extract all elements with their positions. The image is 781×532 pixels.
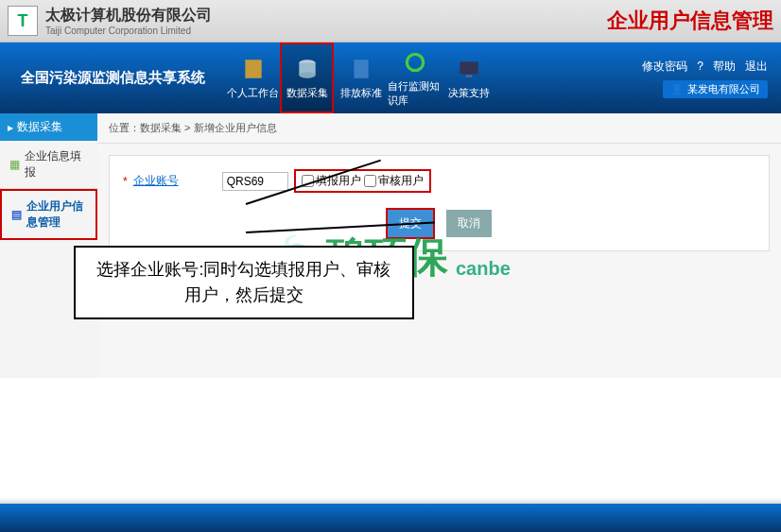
breadcrumb: 位置：数据采集 > 新增企业用户信息 bbox=[97, 113, 781, 144]
nav-data-collection[interactable]: 数据采集 bbox=[280, 43, 334, 113]
svg-point-5 bbox=[407, 54, 423, 70]
nav-emission-std[interactable]: 排放标准 bbox=[334, 43, 388, 113]
nav-label: 决策支持 bbox=[448, 86, 490, 100]
account-label[interactable]: 企业账号 bbox=[133, 173, 179, 189]
company-name-en: Taiji Computer Corporation Limited bbox=[45, 26, 212, 36]
company-name-cn: 太极计算机股份有限公司 bbox=[45, 6, 212, 26]
svg-rect-6 bbox=[460, 61, 478, 74]
book-icon bbox=[348, 56, 374, 82]
svg-point-3 bbox=[299, 72, 315, 78]
topbar: T 太极计算机股份有限公司 Taiji Computer Corporation… bbox=[0, 0, 781, 43]
chevron-icon: ▸ bbox=[8, 121, 13, 134]
folder-icon bbox=[240, 56, 267, 82]
nav-decision[interactable]: 决策支持 bbox=[442, 43, 495, 113]
user-icon: 👤 bbox=[670, 83, 684, 95]
nav-label: 个人工作台 bbox=[227, 86, 279, 100]
navbar-right: 修改密码 ? 帮助 退出 👤 某发电有限公司 bbox=[642, 59, 781, 98]
database-icon bbox=[294, 56, 321, 82]
help-link[interactable]: 帮助 bbox=[713, 59, 736, 75]
sidebar-item-label: 企业用户信息管理 bbox=[26, 198, 86, 231]
chk-audit-input[interactable] bbox=[364, 175, 376, 187]
footer-strip bbox=[0, 504, 781, 532]
svg-rect-0 bbox=[245, 60, 261, 78]
navbar: 全国污染源监测信息共享系统 个人工作台 数据采集 排放标准 自行监测知识库 决策… bbox=[0, 43, 781, 113]
doc-icon: ▦ bbox=[9, 158, 20, 171]
logout-link[interactable]: 退出 bbox=[745, 59, 768, 75]
nav-personal[interactable]: 个人工作台 bbox=[226, 43, 280, 113]
nav-label: 数据采集 bbox=[286, 86, 328, 100]
user-badge[interactable]: 👤 某发电有限公司 bbox=[663, 80, 768, 98]
sidebar-item-label: 企业信息填报 bbox=[25, 148, 88, 180]
form-box: * 企业账号 填报用户 审核用户 提交 取消 bbox=[109, 155, 770, 251]
list-icon: ▤ bbox=[11, 208, 22, 221]
logo-icon: T bbox=[8, 6, 38, 36]
refresh-icon bbox=[402, 49, 428, 76]
sidebar-item-user-mgmt[interactable]: ▤ 企业用户信息管理 bbox=[0, 189, 97, 240]
nav-label: 自行监测知识库 bbox=[388, 79, 442, 108]
chk-audit-user[interactable]: 审核用户 bbox=[364, 173, 424, 189]
monitor-icon bbox=[456, 56, 482, 82]
help-icon: ? bbox=[697, 60, 703, 73]
cancel-button[interactable]: 取消 bbox=[446, 210, 492, 237]
account-input[interactable] bbox=[222, 172, 288, 191]
nav-items: 个人工作台 数据采集 排放标准 自行监测知识库 决策支持 bbox=[226, 43, 495, 113]
change-password-link[interactable]: 修改密码 bbox=[642, 59, 687, 75]
logo-block: T 太极计算机股份有限公司 Taiji Computer Corporation… bbox=[8, 6, 212, 36]
sidebar-head-label: 数据采集 bbox=[17, 119, 62, 135]
user-name: 某发电有限公司 bbox=[687, 82, 760, 96]
system-title: 全国污染源监测信息共享系统 bbox=[0, 69, 226, 87]
page-title: 企业用户信息管理 bbox=[607, 7, 773, 35]
nav-label: 排放标准 bbox=[340, 86, 382, 100]
required-mark: * bbox=[123, 175, 128, 188]
svg-rect-4 bbox=[354, 60, 368, 78]
svg-rect-7 bbox=[465, 76, 472, 77]
nav-self-monitor[interactable]: 自行监测知识库 bbox=[388, 43, 442, 113]
sidebar-item-enterprise-info[interactable]: ▦ 企业信息填报 bbox=[0, 141, 97, 189]
sidebar-head[interactable]: ▸ 数据采集 bbox=[0, 113, 97, 141]
callout-box: 选择企业账号:同时勾选填报用户、审核用户，然后提交 bbox=[74, 246, 414, 319]
